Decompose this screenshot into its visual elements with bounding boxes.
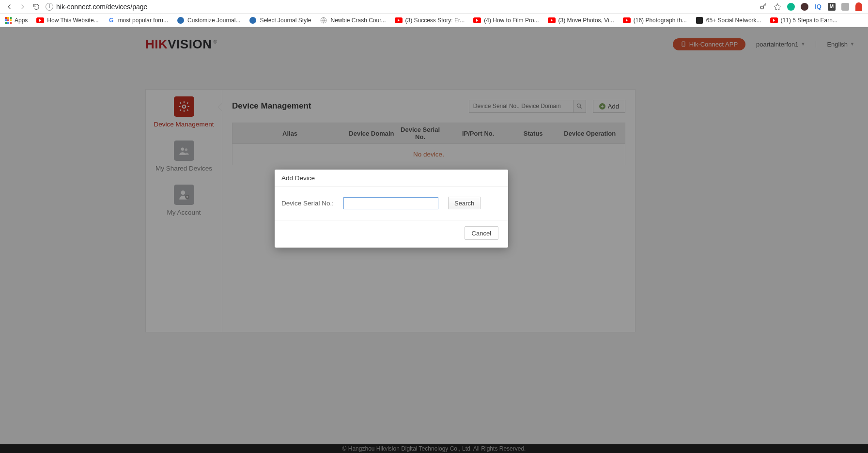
modal-search-button[interactable]: Search: [448, 197, 480, 209]
bookmark-item[interactable]: (11) 5 Steps to Earn...: [770, 17, 837, 24]
youtube-icon: [770, 17, 778, 23]
bookmark-item[interactable]: Select Journal Style: [249, 16, 311, 24]
bookmark-item[interactable]: (16) Photograph th...: [623, 17, 687, 24]
bookmark-item[interactable]: Newbie Crash Cour...: [320, 16, 386, 24]
reload-button[interactable]: [32, 2, 41, 11]
youtube-icon: [36, 17, 44, 23]
svg-point-0: [760, 6, 763, 9]
modal-footer: Cancel: [275, 220, 508, 248]
youtube-icon: [548, 17, 556, 23]
bookmarks-bar: Apps How This Website... Gmost popular f…: [0, 14, 868, 27]
ext-icon-5[interactable]: [841, 2, 850, 11]
url-text: hik-connect.com/devices/page: [56, 3, 147, 11]
browser-toolbar: i hik-connect.com/devices/page IQ M: [0, 0, 868, 14]
apps-icon: [5, 17, 12, 24]
bookmark-item[interactable]: (4) How to Film Pro...: [473, 17, 539, 24]
back-button[interactable]: [5, 2, 14, 11]
bookmark-item[interactable]: 65+ Social Network...: [696, 16, 761, 24]
site-icon: [177, 16, 185, 24]
bookmark-item[interactable]: Customize Journal...: [177, 16, 240, 24]
bookmark-item[interactable]: (3) Success Story: Er...: [395, 17, 465, 24]
youtube-icon: [473, 17, 481, 23]
apps-label: Apps: [15, 17, 28, 24]
star-icon[interactable]: [773, 2, 782, 11]
bookmark-item[interactable]: Gmost popular foru...: [108, 16, 168, 24]
globe-icon: [320, 16, 327, 24]
site-icon: [249, 16, 257, 24]
cancel-button[interactable]: Cancel: [465, 226, 498, 240]
youtube-icon: [623, 17, 631, 23]
serial-field-label: Device Serial No.:: [281, 200, 334, 207]
address-bar[interactable]: i hik-connect.com/devices/page: [46, 3, 755, 11]
site-icon: [696, 16, 703, 24]
serial-input[interactable]: [343, 197, 438, 209]
bookmark-item[interactable]: How This Website...: [36, 17, 98, 24]
toolbar-right: IQ M: [760, 2, 863, 11]
page-area: HIKVISION ® Hik-Connect APP poartainterf…: [0, 27, 868, 453]
ext-icon-4[interactable]: M: [827, 2, 836, 11]
ext-icon-2[interactable]: [800, 2, 809, 11]
youtube-icon: [395, 17, 403, 23]
ext-icon-1[interactable]: [787, 2, 795, 11]
site-info-icon[interactable]: i: [46, 3, 53, 11]
bookmark-item[interactable]: (3) Move Photos, Vi...: [548, 17, 614, 24]
modal-body: Device Serial No.: Search: [275, 187, 508, 220]
key-icon[interactable]: [760, 2, 768, 11]
add-device-modal: Add Device Device Serial No.: Search Can…: [275, 170, 508, 248]
apps-button[interactable]: Apps: [5, 17, 28, 24]
ext-icon-6[interactable]: [854, 2, 863, 11]
google-icon: G: [108, 16, 115, 24]
forward-button[interactable]: [18, 2, 27, 11]
modal-title: Add Device: [275, 170, 508, 187]
ext-icon-3[interactable]: IQ: [814, 2, 822, 11]
